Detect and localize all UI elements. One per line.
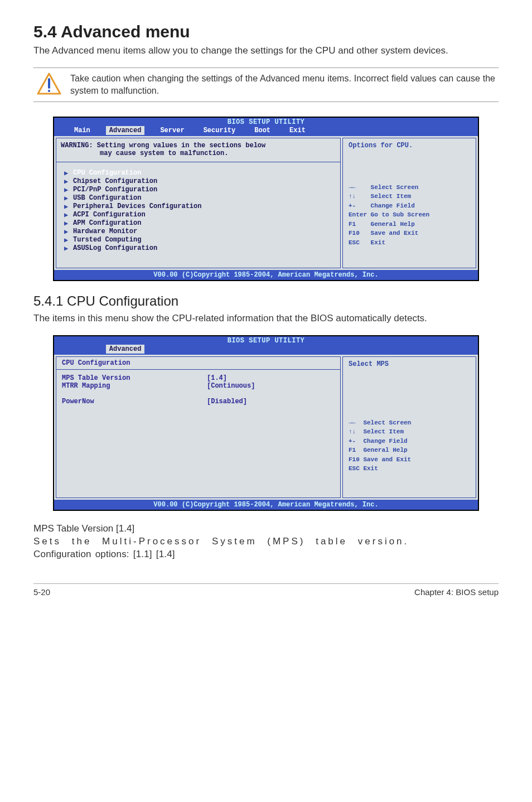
page-number: 5-20 xyxy=(33,587,50,597)
chevron-right-icon: ▶ xyxy=(64,169,70,177)
mps-subheading: MPS Table Version [1.4] xyxy=(33,523,499,534)
bios-tab-bar: Main Advanced Server Security Boot Exit xyxy=(54,126,478,136)
bios-item-usb-configuration[interactable]: ▶USB Configuration xyxy=(64,194,336,202)
help2-change-field: +- Change Field xyxy=(349,437,471,446)
callout-text: Take caution when changing the settings … xyxy=(70,73,495,96)
help-select-item: ↑↓ Select Item xyxy=(349,192,471,201)
bios-tab-security[interactable]: Security xyxy=(200,126,239,135)
bios2-left-pane: CPU Configuration MPS Table Version [1.4… xyxy=(56,356,341,498)
bios-item-hardware-monitor[interactable]: ▶Hardware Monitor xyxy=(64,228,336,236)
page-footer: 5-20 Chapter 4: BIOS setup xyxy=(33,583,499,597)
bios-left-pane: WARNING: Setting wrong values in the sec… xyxy=(56,138,341,268)
bios-warning-line2: may cause system to malfunction. xyxy=(61,149,336,157)
bios2-section-header: CPU Configuration xyxy=(56,357,340,370)
help-general: F1 General Help xyxy=(349,220,471,229)
bios2-tab-bar: Main Advanced xyxy=(54,345,478,355)
help-sub-screen: Enter Go to Sub Screen xyxy=(349,210,471,220)
bios2-tab-advanced[interactable]: Advanced xyxy=(106,345,145,354)
chevron-right-icon: ▶ xyxy=(64,194,70,202)
help2-select-item: ↑↓ Select Item xyxy=(349,427,471,437)
help2-select-screen: →← Select Screen xyxy=(349,418,471,428)
lbl-powernow: PowerNow xyxy=(62,398,207,405)
chevron-right-icon: ▶ xyxy=(64,236,70,244)
chapter-label: Chapter 4: BIOS setup xyxy=(414,587,499,597)
lbl-mps-table-version: MPS Table Version xyxy=(62,374,207,382)
bios2-footer: V00.00 (C)Copyright 1985-2004, American … xyxy=(54,500,478,510)
warning-callout: Take caution when changing the settings … xyxy=(33,67,499,102)
bios-tab-main[interactable]: Main xyxy=(71,126,94,135)
bios-tab-boot[interactable]: Boot xyxy=(251,126,274,135)
cpu-config-heading: 5.4.1 CPU Configuration xyxy=(33,293,499,309)
bios-tab-advanced[interactable]: Advanced xyxy=(106,126,145,135)
chevron-right-icon: ▶ xyxy=(64,228,70,236)
mps-text-line1: Sets the Multi-Processor System (MPS) ta… xyxy=(33,535,499,548)
val-powernow: [Disabled] xyxy=(207,398,247,405)
bios-item-apm-configuration[interactable]: ▶APM Configuration xyxy=(64,219,336,228)
help-exit: ESC Exit xyxy=(349,238,471,248)
page-heading: 5.4 Advanced menu xyxy=(33,22,499,41)
row-mtrr-mapping[interactable]: MTRR Mapping [Continuous] xyxy=(62,382,335,390)
bios-help-title: Options for CPU. xyxy=(349,142,471,149)
bios-cpu-config: BIOS SETUP UTILITY Main Advanced CPU Con… xyxy=(53,335,479,511)
bios-tab-server[interactable]: Server xyxy=(157,126,187,135)
bios-help-keys: →← Select Screen ↑↓ Select Item +- Chang… xyxy=(349,183,471,248)
bios-item-asuslog-configuration[interactable]: ▶ASUSLog Configuration xyxy=(64,244,336,253)
row-powernow[interactable]: PowerNow [Disabled] xyxy=(62,398,335,405)
chevron-right-icon: ▶ xyxy=(64,244,70,253)
help2-exit: ESC Exit xyxy=(349,464,471,474)
chevron-right-icon: ▶ xyxy=(64,211,70,219)
bios-warning-text: WARNING: Setting wrong values in the sec… xyxy=(56,138,340,162)
val-mtrr-mapping: [Continuous] xyxy=(207,382,255,390)
bios-item-chipset-configuration[interactable]: ▶Chipset Configuration xyxy=(64,177,336,186)
lbl-mtrr-mapping: MTRR Mapping xyxy=(62,382,207,390)
chevron-right-icon: ▶ xyxy=(64,202,70,211)
svg-point-2 xyxy=(48,90,50,92)
bios-item-acpi-configuration[interactable]: ▶ACPI Configuration xyxy=(64,211,336,219)
bios-tab-exit[interactable]: Exit xyxy=(286,126,309,135)
chevron-right-icon: ▶ xyxy=(64,186,70,194)
warning-icon xyxy=(37,73,61,97)
bios-footer: V00.00 (C)Copyright 1985-2004, American … xyxy=(54,270,478,280)
bios-item-pci-pnp-configuration[interactable]: ▶PCI/PnP Configuration xyxy=(64,186,336,194)
help-select-screen: →← Select Screen xyxy=(349,183,471,192)
bios-item-cpu-configuration[interactable]: ▶CPU Configuration xyxy=(64,169,336,177)
help2-general: F1 General Help xyxy=(349,446,471,455)
mps-text-line2: Configuration options: [1.1] [1.4] xyxy=(33,548,499,561)
row-mps-table-version[interactable]: MPS Table Version [1.4] xyxy=(62,374,335,382)
bios2-title: BIOS SETUP UTILITY xyxy=(54,336,478,345)
val-mps-table-version: [1.4] xyxy=(207,374,227,382)
chevron-right-icon: ▶ xyxy=(64,177,70,186)
bios2-help-title: Select MPS xyxy=(349,360,471,368)
chevron-right-icon: ▶ xyxy=(64,219,70,228)
row-spacer xyxy=(62,390,335,398)
help2-save-exit: F10 Save and Exit xyxy=(349,455,471,465)
help-change-field: +- Change Field xyxy=(349,201,471,211)
intro-text: The Advanced menu items allow you to cha… xyxy=(33,45,499,57)
bios2-help-keys: →← Select Screen ↑↓ Select Item +- Chang… xyxy=(349,418,471,474)
bios-item-peripheral-devices[interactable]: ▶Peripheral Devices Configuration xyxy=(64,202,336,211)
bios-warning-line1: WARNING: Setting wrong values in the sec… xyxy=(61,142,336,149)
bios-advanced-menu: BIOS SETUP UTILITY Main Advanced Server … xyxy=(53,117,479,281)
bios2-help-pane: Select MPS →← Select Screen ↑↓ Select It… xyxy=(342,356,476,498)
bios-help-pane: Options for CPU. →← Select Screen ↑↓ Sel… xyxy=(342,138,476,268)
bios-item-trusted-computing[interactable]: ▶Tursted Computing xyxy=(64,236,336,244)
cpu-config-intro: The items in this menu show the CPU-rela… xyxy=(33,312,499,325)
help-save-exit: F10 Save and Exit xyxy=(349,229,471,238)
bios-title: BIOS SETUP UTILITY xyxy=(54,118,478,126)
